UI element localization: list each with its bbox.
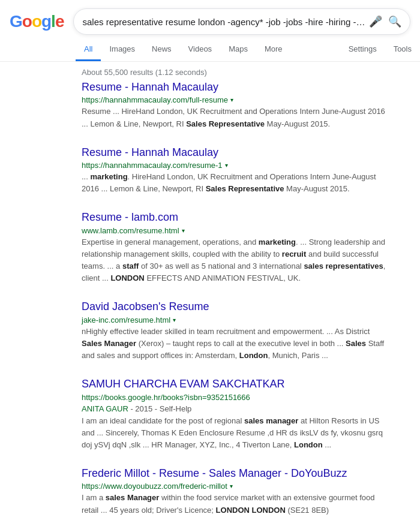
result-item: Resume - lamb.com www.lamb.com/resume.ht… xyxy=(82,211,390,284)
nav-tabs: All Images News Videos Maps More Setting… xyxy=(0,35,420,62)
dropdown-arrow-icon[interactable]: ▾ xyxy=(225,162,228,169)
result-item: Resume - Hannah Macaulay https://hannahm… xyxy=(82,146,390,196)
dropdown-arrow-icon[interactable]: ▾ xyxy=(173,317,176,323)
dropdown-arrow-icon[interactable]: ▾ xyxy=(230,483,233,489)
result-url-row: jake-inc.com/resume.html ▾ xyxy=(82,315,390,324)
result-title[interactable]: Resume - Hannah Macaulay xyxy=(82,80,390,94)
tab-videos[interactable]: Videos xyxy=(180,38,221,61)
result-item: David Jacobsen's Resume jake-inc.com/res… xyxy=(82,300,390,362)
result-snippet: Resume ... HireHand London, UK Recruitme… xyxy=(82,106,390,130)
result-url-row: https://hannahmmacaulay.com/resume-1 ▾ xyxy=(82,161,390,170)
logo-letter-g: G xyxy=(10,12,22,31)
logo-letter-l: l xyxy=(51,12,55,31)
tab-news[interactable]: News xyxy=(143,38,180,61)
logo-letter-e: e xyxy=(55,12,64,31)
search-bar: 🎤 🔍 xyxy=(73,8,410,35)
result-item: Frederic Millot - Resume - Sales Manager… xyxy=(82,467,390,516)
dropdown-arrow-icon[interactable]: ▾ xyxy=(230,97,233,103)
nav-right: Settings Tools xyxy=(340,38,420,61)
google-logo: G o o g l e xyxy=(10,12,64,31)
result-url-link[interactable]: www.lamb.com/resume.html xyxy=(82,226,179,235)
result-title[interactable]: Frederic Millot - Resume - Sales Manager… xyxy=(82,467,390,480)
result-url-link[interactable]: https://www.doyoubuzz.com/frederic-millo… xyxy=(82,482,227,491)
tab-more[interactable]: More xyxy=(256,38,291,61)
result-url-link[interactable]: jake-inc.com/resume.html xyxy=(82,315,170,324)
result-item: Resume - Hannah Macaulay https://hannahm… xyxy=(82,80,390,130)
result-url: https://hannahmmacaulay.com/resume-1 xyxy=(82,161,223,170)
result-snippet: Expertise in general management, operati… xyxy=(82,236,390,285)
result-url: https://hannahmmacaulay.com/full-resume xyxy=(82,95,228,104)
result-url: https://books.google.hr/books?isbn=93521… xyxy=(82,393,250,402)
dropdown-arrow-icon[interactable]: ▾ xyxy=(182,227,185,234)
result-url-row: https://www.doyoubuzz.com/frederic-millo… xyxy=(82,482,390,491)
result-meta: - 2015 - Self-Help xyxy=(128,404,192,413)
result-snippet: ... marketing. HireHand London, UK Recru… xyxy=(82,171,390,195)
result-url-row: https://books.google.hr/books?isbn=93521… xyxy=(82,393,390,402)
result-url: www.lamb.com/resume.html xyxy=(82,226,179,235)
result-url: jake-inc.com/resume.html xyxy=(82,315,170,324)
result-item: SAMUH CHARCHA EVAM SAKCHATKAR https://bo… xyxy=(82,377,390,451)
result-url: https://www.doyoubuzz.com/frederic-millo… xyxy=(82,482,227,491)
result-author-link[interactable]: ANITA GAUR xyxy=(82,404,128,413)
microphone-icon[interactable]: 🎤 xyxy=(369,15,382,28)
result-url-link[interactable]: https://hannahmmacaulay.com/full-resume xyxy=(82,95,228,104)
tab-maps[interactable]: Maps xyxy=(220,38,256,61)
tab-settings[interactable]: Settings xyxy=(340,38,385,61)
search-input[interactable] xyxy=(82,17,369,27)
result-title[interactable]: SAMUH CHARCHA EVAM SAKCHATKAR xyxy=(82,377,390,391)
result-snippet: nHighly effective leader skilled in team… xyxy=(82,326,390,362)
search-icon[interactable]: 🔍 xyxy=(388,15,401,28)
result-url-row: www.lamb.com/resume.html ▾ xyxy=(82,226,390,235)
tab-tools[interactable]: Tools xyxy=(385,38,420,61)
result-title[interactable]: Resume - lamb.com xyxy=(82,211,390,224)
logo-letter-g2: g xyxy=(41,12,51,31)
header: G o o g l e 🎤 🔍 xyxy=(0,0,420,35)
tab-images[interactable]: Images xyxy=(101,38,143,61)
search-results: Resume - Hannah Macaulay https://hannahm… xyxy=(0,80,390,523)
logo-letter-o1: o xyxy=(22,12,32,31)
results-info: About 55,500 results (1.12 seconds) xyxy=(0,62,420,80)
result-url-link[interactable]: https://hannahmmacaulay.com/resume-1 xyxy=(82,161,223,170)
search-icons: 🎤 🔍 xyxy=(369,15,401,28)
result-snippet: ANITA GAUR - 2015 - Self-Help I am an id… xyxy=(82,403,390,452)
result-title[interactable]: Resume - Hannah Macaulay xyxy=(82,146,390,160)
result-snippet: I am a sales Manager within the food ser… xyxy=(82,492,390,516)
result-title[interactable]: David Jacobsen's Resume xyxy=(82,300,390,314)
logo-letter-o2: o xyxy=(32,12,41,31)
result-url-row: https://hannahmmacaulay.com/full-resume … xyxy=(82,95,390,104)
result-url-link[interactable]: https://books.google.hr/books?isbn=93521… xyxy=(82,393,250,402)
tab-all[interactable]: All xyxy=(76,38,101,61)
